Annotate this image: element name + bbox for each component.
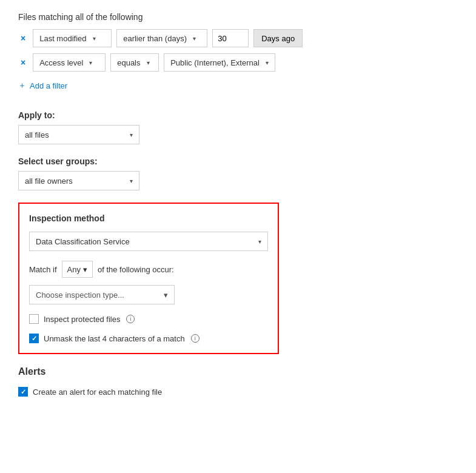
filter-2-field-dropdown[interactable]: Access level ▾ — [33, 53, 106, 72]
filter-1-operator-chevron: ▾ — [193, 35, 196, 42]
inspection-method-chevron: ▾ — [258, 238, 261, 245]
match-value: Any — [67, 265, 81, 274]
match-value-dropdown[interactable]: Any ▾ — [62, 261, 93, 278]
user-groups-dropdown[interactable]: all file owners ▾ — [18, 171, 139, 190]
filter-1-field-label: Last modified — [39, 34, 86, 43]
filter-2-field-chevron: ▾ — [89, 59, 92, 66]
following-label: of the following occur: — [98, 265, 174, 274]
inspection-type-chevron: ▾ — [164, 290, 168, 300]
apply-to-dropdown[interactable]: all files ▾ — [18, 125, 139, 144]
plus-icon: ＋ — [18, 80, 26, 91]
filter-row-2: × Access level ▾ equals ▾ Public (Intern… — [18, 53, 458, 72]
remove-filter-2-button[interactable]: × — [18, 56, 28, 69]
inspection-type-dropdown[interactable]: Choose inspection type... ▾ — [29, 285, 175, 304]
add-filter-button[interactable]: ＋ Add a filter — [18, 78, 67, 93]
user-groups-label: Select user groups: — [18, 156, 458, 166]
inspection-type-placeholder: Choose inspection type... — [36, 290, 124, 300]
inspection-title: Inspection method — [29, 213, 268, 223]
filter-1-value-input[interactable] — [212, 29, 249, 47]
match-row: Match if Any ▾ of the following occur: — [29, 261, 268, 278]
unmask-info-icon[interactable]: i — [191, 334, 199, 343]
filter-1-field-dropdown[interactable]: Last modified ▾ — [33, 29, 112, 47]
filter-2-operator-label: equals — [117, 58, 140, 67]
create-alert-checkbox[interactable] — [18, 387, 28, 397]
filter-2-operator-chevron: ▾ — [147, 59, 150, 66]
filter-row-1: × Last modified ▾ earlier than (days) ▾ … — [18, 29, 458, 47]
unmask-label: Unmask the last 4 characters of a match — [44, 334, 185, 343]
filter-2-value-label: Public (Internet), External — [170, 58, 260, 67]
add-filter-label: Add a filter — [30, 81, 67, 90]
remove-filter-1-button[interactable]: × — [18, 32, 28, 44]
create-alert-row: Create an alert for each matching file — [18, 387, 458, 397]
inspect-protected-info-icon[interactable]: i — [126, 315, 135, 323]
filter-1-operator-label: earlier than (days) — [123, 34, 187, 43]
filter-2-value-chevron: ▾ — [266, 59, 269, 66]
user-groups-section: Select user groups: all file owners ▾ — [18, 156, 458, 190]
filter-2-field-label: Access level — [39, 58, 83, 67]
match-value-chevron: ▾ — [83, 265, 87, 274]
inspection-method-section: Inspection method Data Classification Se… — [18, 203, 279, 354]
page-header: Files matching all of the following — [18, 12, 458, 22]
filter-1-operator-dropdown[interactable]: earlier than (days) ▾ — [116, 29, 207, 47]
user-groups-chevron: ▾ — [130, 178, 133, 184]
inspection-method-value: Data Classification Service — [36, 237, 130, 246]
apply-to-chevron: ▾ — [130, 132, 133, 138]
unmask-row: Unmask the last 4 characters of a match … — [29, 334, 268, 343]
unmask-checkbox[interactable] — [29, 334, 39, 343]
filter-1-field-chevron: ▾ — [93, 35, 96, 42]
inspection-method-dropdown[interactable]: Data Classification Service ▾ — [29, 232, 268, 251]
apply-to-section: Apply to: all files ▾ — [18, 110, 458, 144]
apply-to-label: Apply to: — [18, 110, 458, 120]
inspect-protected-row: Inspect protected files i — [29, 314, 268, 324]
match-label: Match if — [29, 265, 57, 274]
user-groups-value: all file owners — [25, 176, 73, 186]
filter-2-value-dropdown[interactable]: Public (Internet), External ▾ — [164, 53, 275, 72]
inspect-protected-checkbox[interactable] — [29, 314, 39, 324]
alerts-title: Alerts — [18, 366, 458, 377]
filter-2-operator-dropdown[interactable]: equals ▾ — [110, 53, 159, 72]
apply-to-value: all files — [25, 130, 49, 139]
create-alert-label: Create an alert for each matching file — [33, 387, 162, 397]
header-title: Files matching all of the following — [18, 12, 458, 22]
alerts-section: Alerts Create an alert for each matching… — [18, 366, 458, 397]
filter-1-suffix-button[interactable]: Days ago — [253, 29, 303, 47]
inspect-protected-label: Inspect protected files — [44, 315, 120, 324]
